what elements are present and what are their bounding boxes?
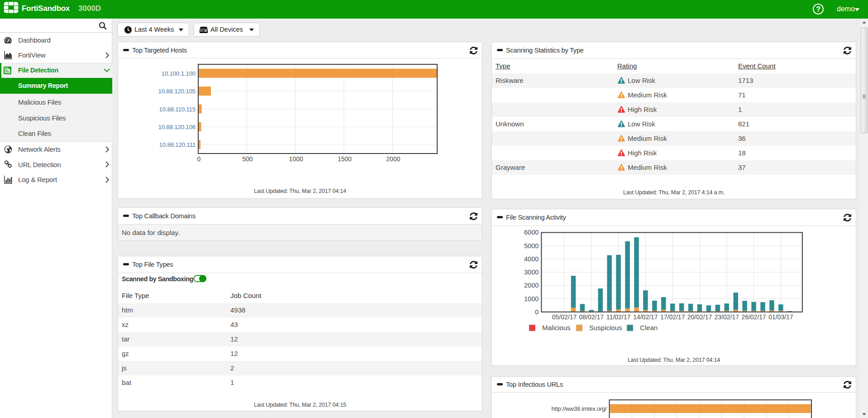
svg-text:17/02/17: 17/02/17	[660, 313, 685, 321]
svg-text:10.88.110.115: 10.88.110.115	[159, 106, 196, 113]
svg-text:500: 500	[242, 155, 253, 163]
svg-text:3000: 3000	[524, 269, 539, 276]
svg-text:1000: 1000	[524, 295, 539, 303]
svg-text:Clean: Clean	[640, 324, 658, 332]
svg-text:0: 0	[535, 308, 539, 316]
svg-text:2000: 2000	[524, 282, 539, 289]
svg-text:10.100.1.100: 10.100.1.100	[162, 70, 196, 77]
svg-text:6000: 6000	[524, 229, 539, 236]
svg-text:01/03/17: 01/03/17	[768, 313, 793, 321]
svg-text:4000: 4000	[524, 255, 539, 263]
svg-text:26/02/17: 26/02/17	[741, 313, 766, 321]
svg-text:10.88.120.105: 10.88.120.105	[158, 88, 196, 95]
svg-text:1500: 1500	[338, 155, 352, 163]
svg-text:23/02/17: 23/02/17	[715, 313, 739, 321]
svg-text:05/02/17: 05/02/17	[552, 313, 577, 321]
svg-text:10.88.120.106: 10.88.120.106	[158, 124, 196, 130]
svg-text:08/02/17: 08/02/17	[579, 313, 604, 321]
svg-text:14/02/17: 14/02/17	[633, 313, 658, 321]
svg-text:20/02/17: 20/02/17	[687, 313, 712, 321]
svg-text:1000: 1000	[289, 155, 303, 163]
svg-text:10.88.120.111: 10.88.120.111	[159, 141, 196, 148]
svg-text:5000: 5000	[524, 242, 539, 250]
svg-text:Malicious: Malicious	[542, 324, 571, 332]
svg-text:0: 0	[197, 155, 201, 163]
svg-text:?: ?	[816, 5, 820, 13]
svg-text:Suspicious: Suspicious	[589, 324, 622, 332]
svg-text:2000: 2000	[386, 155, 400, 163]
svg-text:http://ww38.imtex.org/: http://ww38.imtex.org/	[551, 405, 607, 412]
svg-text:11/02/17: 11/02/17	[606, 313, 631, 321]
